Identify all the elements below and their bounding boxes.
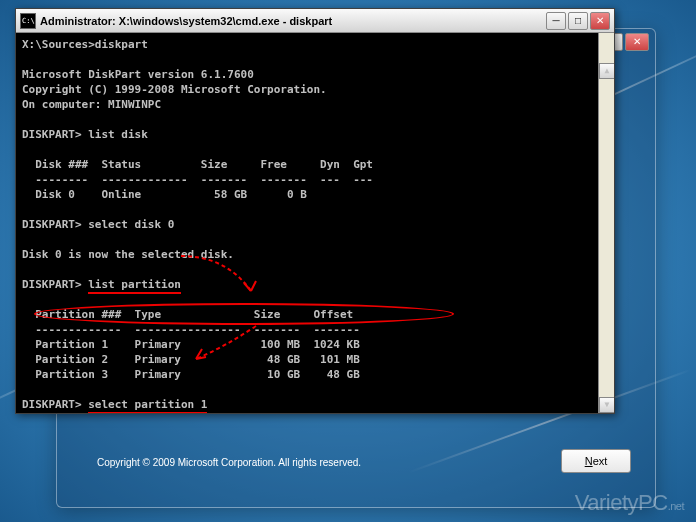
table-row: Partition 3 Primary 10 GB 48 GB bbox=[22, 368, 360, 381]
table-header: Disk ### Status Size Free Dyn Gpt bbox=[22, 158, 373, 171]
next-button-label: ext bbox=[593, 455, 608, 467]
table-row: Partition 1 Primary 100 MB 1024 KB bbox=[22, 338, 360, 351]
table-header: Partition ### Type Size Offset bbox=[22, 308, 353, 321]
cmd-terminal-body[interactable]: X:\Sources>diskpart Microsoft DiskPart v… bbox=[16, 33, 614, 413]
cmd-input: diskpart bbox=[95, 38, 148, 51]
installer-copyright: Copyright © 2009 Microsoft Corporation. … bbox=[97, 457, 361, 468]
cmd-window: Administrator: X:\windows\system32\cmd.e… bbox=[15, 8, 615, 414]
watermark: VarietyPC.net bbox=[575, 490, 684, 516]
table-row: Disk 0 Online 58 GB 0 B bbox=[22, 188, 307, 201]
scroll-up-icon[interactable]: ▲ bbox=[599, 63, 614, 79]
table-divider: -------- ------------- ------- ------- -… bbox=[22, 173, 373, 186]
next-button[interactable]: Next bbox=[561, 449, 631, 473]
scrollbar[interactable]: ▲ ▼ bbox=[598, 33, 614, 413]
cmd-input: list disk bbox=[88, 128, 148, 141]
output-line: Copyright (C) 1999-2008 Microsoft Corpor… bbox=[22, 83, 327, 96]
diskpart-prompt: DISKPART> bbox=[22, 278, 82, 291]
diskpart-prompt: DISKPART> bbox=[22, 218, 82, 231]
output-line: Disk 0 is now the selected disk. bbox=[22, 248, 234, 261]
cmd-title: Administrator: X:\windows\system32\cmd.e… bbox=[40, 15, 546, 27]
cmd-input-highlighted: list partition bbox=[88, 278, 181, 294]
cmd-titlebar[interactable]: Administrator: X:\windows\system32\cmd.e… bbox=[16, 9, 614, 33]
table-row: Partition 2 Primary 48 GB 101 MB bbox=[22, 353, 360, 366]
cmd-input: select disk 0 bbox=[88, 218, 174, 231]
cmd-input-highlighted: select partition 1 bbox=[88, 398, 207, 413]
cmd-window-controls: ─ □ ✕ bbox=[546, 12, 610, 30]
prompt-path: X:\Sources> bbox=[22, 38, 95, 51]
maximize-button[interactable]: □ bbox=[568, 12, 588, 30]
minimize-button[interactable]: ─ bbox=[546, 12, 566, 30]
diskpart-prompt: DISKPART> bbox=[22, 398, 82, 411]
cmd-icon bbox=[20, 13, 36, 29]
output-line: Microsoft DiskPart version 6.1.7600 bbox=[22, 68, 254, 81]
scroll-down-icon[interactable]: ▼ bbox=[599, 397, 614, 413]
diskpart-prompt: DISKPART> bbox=[22, 128, 82, 141]
close-button[interactable]: ✕ bbox=[590, 12, 610, 30]
output-line: On computer: MINWINPC bbox=[22, 98, 161, 111]
table-divider: ------------- ---------------- ------- -… bbox=[22, 323, 360, 336]
close-button[interactable]: ✕ bbox=[625, 33, 649, 51]
